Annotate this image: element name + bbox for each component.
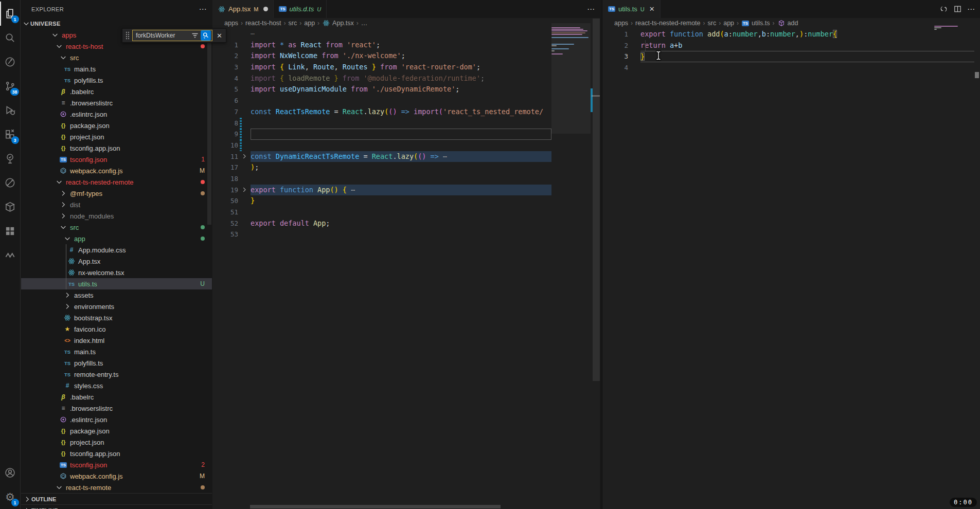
tree-item-nx-welcome-tsx[interactable]: nx-welcome.tsx [21,267,212,278]
run-debug-icon[interactable] [0,98,21,122]
breadcrumb-item[interactable]: apps [224,20,238,27]
source-control-icon[interactable]: 38 [0,74,21,98]
code-line-17[interactable]: 17); [212,162,551,173]
code-line-2[interactable]: 2return a+b [602,40,974,51]
tree-item-dist[interactable]: dist [21,199,212,210]
tree-item-styles-css[interactable]: #styles.css [21,380,212,391]
tab-app-tsx[interactable]: App.tsxM [212,0,274,18]
breadcrumb-item[interactable]: App.tsx [322,19,354,27]
search-icon[interactable] [0,26,21,50]
code-line-5[interactable]: 5import useDynamicModule from './useDyna… [212,84,551,95]
tree-item-package-json[interactable]: {}package.json [21,120,212,131]
code-line-1[interactable]: 1import * as React from 'react'; [212,40,551,51]
tree-item-remote-entry-ts[interactable]: TSremote-entry.ts [21,369,212,380]
tree-item-index-html[interactable]: <>index.html [21,335,212,346]
account-icon[interactable] [0,461,21,485]
sidebar-scrollbar[interactable] [207,29,211,225]
tree-item-environments[interactable]: environments [21,301,212,312]
tree-item--babelrc[interactable]: β.babelrc [21,86,212,97]
tree-item-tsconfig-json[interactable]: TStsconfig.json1 [21,154,212,165]
tree-item-main-ts[interactable]: TSmain.ts [21,63,212,75]
fold-chevron-icon[interactable] [238,151,251,162]
tree-item-favicon-ico[interactable]: ★favicon.ico [21,323,212,335]
close-icon[interactable]: ✕ [215,32,224,40]
breadcrumb-item[interactable]: apps [614,20,628,27]
code-line-7[interactable]: 7const ReactTsRemote = React.lazy(() => … [212,106,551,118]
code-line-18[interactable]: 18 [212,173,551,185]
tree-item-polyfills-ts[interactable]: TSpolyfills.ts [21,75,212,86]
tree-item-utils-ts[interactable]: TSutils.tsU [21,278,212,289]
settings-icon[interactable]: ⚙1 [0,485,21,509]
tree-item-src[interactable]: src [21,52,212,63]
code-line-19[interactable]: 19export function App() { ⋯ [212,185,551,196]
breadcrumb-item[interactable]: src [708,20,717,27]
code-line-4[interactable]: 4import { loadRemote } from '@module-fed… [212,73,551,84]
tree-item-webpack-config-js[interactable]: webpack.config.jsM [21,470,212,482]
code-line-53[interactable]: 53 [212,229,551,240]
breadcrumb-item[interactable]: react-ts-host [245,20,281,27]
tree-item-react-ts-nested-remote[interactable]: react-ts-nested-remote [21,176,212,188]
code-line-50[interactable]: 50} [212,195,551,207]
tree-item-package-json[interactable]: {}package.json [21,425,212,437]
minimap[interactable] [934,26,966,31]
tree-item-src[interactable]: src [21,222,212,233]
tab-utils-ts[interactable]: TSutils.tsU✕ [602,0,661,18]
fuzzy-search-toggle[interactable] [201,30,211,41]
code-line-3[interactable]: 3import { Link, Route, Routes } from 're… [212,62,551,73]
tree-item-project-json[interactable]: {}project.json [21,437,212,448]
timeline-section[interactable]: TIMELINE [21,504,212,509]
tree-item-tsconfig-json[interactable]: TStsconfig.json2 [21,459,212,470]
code-line-8[interactable]: 8 [212,118,551,129]
breadcrumb-item[interactable]: add [777,19,798,27]
grid-icon[interactable] [0,219,21,243]
breadcrumb-item[interactable]: src [289,20,297,27]
tree-item--browserslistrc[interactable]: ≡.browserslistrc [21,403,212,414]
sync-icon[interactable] [939,5,948,13]
code-line-9[interactable]: 9 [212,129,551,140]
minimap-slider[interactable] [551,23,591,134]
more-icon[interactable]: ⋯ [967,5,975,14]
explorer-icon[interactable]: 1 [0,2,21,26]
code-line-11[interactable]: 11const DynamicReactTsRemote = React.laz… [212,151,551,162]
left-code-editor[interactable]: ⋯1import * as React from 'react';2import… [212,28,551,240]
tree-item--eslintrc-json[interactable]: .eslintrc.json [21,414,212,425]
gauge-icon[interactable] [0,50,21,74]
tree-item-app-module-css[interactable]: #App.module.css [21,244,212,256]
drag-grip-icon[interactable] [124,31,131,40]
tree-item-node-modules[interactable]: node_modules [21,210,212,222]
tree-item-polyfills-ts[interactable]: TSpolyfills.ts [21,357,212,369]
vertical-scrollbar[interactable] [593,19,600,381]
split-icon[interactable] [953,5,962,13]
breadcrumb-item[interactable]: … [361,20,368,27]
tree-item-main-ts[interactable]: TSmain.ts [21,346,212,357]
tree-item-webpack-config-js[interactable]: webpack.config.jsM [21,165,212,176]
wave-icon[interactable] [0,243,21,267]
code-line-10[interactable]: 10 [212,140,551,151]
tree-item-app[interactable]: app [21,233,212,244]
tree-item--mf-types[interactable]: @mf-types [21,188,212,199]
cube-icon[interactable] [0,195,21,219]
tree-check-icon[interactable] [0,147,21,171]
tree-item-project-json[interactable]: {}project.json [21,131,212,142]
close-icon[interactable]: ✕ [649,5,655,13]
breadcrumb-item[interactable]: app [723,20,734,27]
workspace-section-universe[interactable]: UNIVERSE [21,18,212,29]
outline-section[interactable]: OUTLINE [21,493,212,504]
code-line[interactable]: ⋯ [212,28,551,40]
tree-item-tsconfig-app-json[interactable]: {}tsconfig.app.json [21,142,212,154]
tree-item--babelrc[interactable]: β.babelrc [21,391,212,403]
code-line-1[interactable]: 1export function add(a:number,b:number,)… [602,29,974,40]
code-line-4[interactable]: 4 [602,62,974,74]
tree-filter-input[interactable] [136,32,189,39]
horizontal-scrollbar[interactable] [250,505,501,508]
code-line-52[interactable]: 52export default App; [212,218,551,229]
tree-item-react-ts-remote[interactable]: react-ts-remote [21,482,212,493]
tree-item--browserslistrc[interactable]: ≡.browserslistrc [21,97,212,108]
breadcrumb-item[interactable]: app [304,20,315,27]
graph-icon[interactable] [0,171,21,195]
breadcrumb-item[interactable]: react-ts-nested-remote [635,20,700,27]
tab-utils-d-ts[interactable]: TSutils.d.tsU [274,0,327,18]
code-line-51[interactable]: 51 [212,207,551,218]
extensions-icon[interactable]: 3 [0,122,21,147]
explorer-more-actions-icon[interactable]: ⋯ [199,5,207,14]
